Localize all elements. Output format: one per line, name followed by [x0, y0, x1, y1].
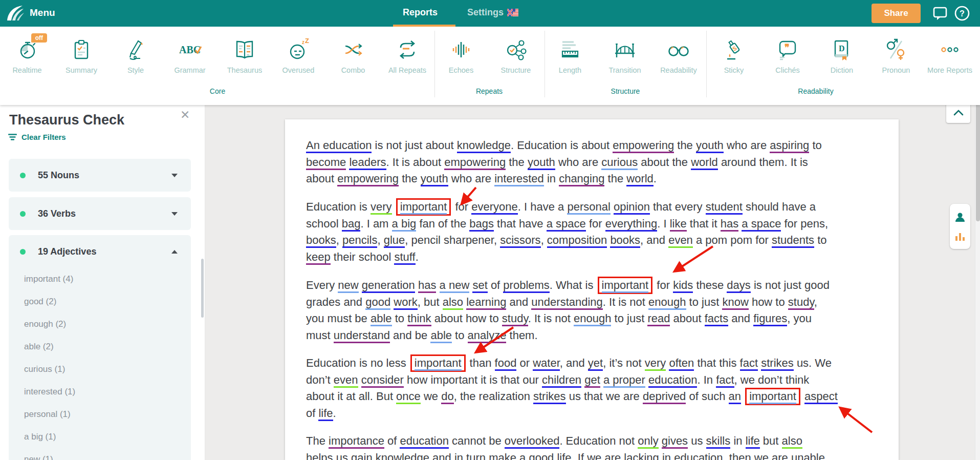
help-icon[interactable]: ? — [954, 5, 970, 22]
highlighted-word[interactable]: has — [418, 279, 436, 293]
highlighted-word[interactable]: students — [772, 234, 814, 248]
highlighted-word[interactable]: lacking — [624, 451, 659, 460]
highlighted-word[interactable]: knowledge — [457, 139, 511, 153]
highlighted-word[interactable]: understanding — [531, 296, 602, 310]
highlighted-word[interactable]: an — [729, 390, 741, 404]
report-quote-bubble[interactable]: ❞Clichés — [759, 38, 816, 74]
highlighted-word[interactable]: keep — [306, 250, 331, 265]
highlighted-word[interactable]: importance — [329, 434, 384, 449]
highlighted-word[interactable]: everyone — [471, 200, 518, 215]
highlighted-word[interactable]: a big — [392, 217, 417, 232]
report-stopwatch[interactable]: offRealtime — [0, 38, 55, 74]
highlighted-word[interactable]: has — [721, 217, 738, 232]
highlighted-word[interactable]: fact — [740, 357, 758, 371]
highlighted-word[interactable]: a proper — [603, 373, 645, 388]
highlighted-word[interactable]: able — [371, 312, 392, 326]
report-repeat[interactable]: All Repeats — [379, 38, 435, 74]
highlighted-word[interactable]: strikes — [761, 357, 794, 371]
clear-filters-button[interactable]: Clear Filters — [8, 133, 66, 141]
highlighted-word[interactable]: facts — [705, 312, 728, 326]
highlighted-word[interactable]: figures — [753, 312, 787, 326]
highlighted-word[interactable]: fact — [716, 373, 734, 388]
highlighted-word[interactable]: world — [626, 172, 654, 186]
highlighted-word[interactable]: aspect — [804, 390, 838, 404]
highlighted-word[interactable]: glue — [384, 234, 405, 248]
tab-reports[interactable]: Reports — [403, 7, 438, 18]
highlighted-word[interactable]: become — [306, 156, 346, 170]
highlighted-word[interactable]: student — [706, 200, 743, 215]
highlighted-word[interactable]: youth — [696, 139, 724, 153]
report-ruler[interactable]: Length — [542, 38, 598, 74]
sidebar-scrollbar[interactable] — [201, 259, 204, 318]
chevron-up-icon[interactable] — [171, 250, 178, 254]
highlighted-word[interactable]: good — [365, 296, 390, 310]
highlighted-word[interactable]: personal — [567, 200, 610, 215]
highlighted-word[interactable]: youth — [528, 156, 555, 170]
person-icon[interactable] — [954, 211, 966, 223]
highlighted-word[interactable]: once — [396, 390, 421, 404]
highlighted-word[interactable]: important — [415, 357, 462, 371]
share-button[interactable]: Share — [872, 4, 921, 23]
highlighted-word[interactable]: stuff — [394, 250, 415, 265]
highlighted-word[interactable]: a new — [440, 279, 470, 293]
word-filter-item[interactable]: a big (1) — [9, 426, 191, 448]
chevron-down-icon[interactable] — [171, 212, 178, 216]
menu-button[interactable]: Menu — [30, 7, 55, 18]
highlighted-word[interactable]: curious — [601, 156, 638, 170]
highlighted-word[interactable]: also — [782, 434, 802, 449]
bar-chart-icon[interactable] — [954, 231, 966, 242]
highlighted-word[interactable]: very — [371, 200, 392, 215]
highlighted-word[interactable]: consider — [361, 373, 404, 388]
word-group-header[interactable]: 36 Verbs — [9, 197, 191, 230]
highlighted-word[interactable]: think — [407, 312, 431, 326]
word-filter-item[interactable]: curious (1) — [9, 358, 191, 381]
highlighted-word[interactable]: scissors — [500, 234, 540, 248]
highlighted-word[interactable]: able — [430, 329, 452, 343]
report-node-graph[interactable]: Structure — [488, 38, 544, 74]
scroll-to-top-button[interactable] — [946, 102, 970, 123]
highlighted-word[interactable]: life — [557, 451, 571, 460]
highlighted-word[interactable]: pencils — [342, 234, 377, 248]
highlighted-word[interactable]: even — [668, 234, 693, 248]
highlighted-word[interactable]: strikes — [533, 390, 566, 404]
highlighted-word[interactable]: water — [533, 357, 560, 371]
highlighted-word[interactable]: An education — [306, 139, 372, 153]
highlighted-word[interactable]: only — [638, 434, 658, 449]
highlighted-word[interactable]: world — [691, 156, 718, 170]
highlighted-word[interactable]: empowering — [337, 172, 399, 186]
highlighted-word[interactable]: a good — [519, 451, 554, 460]
word-filter-item[interactable]: important (4) — [9, 268, 191, 290]
highlighted-word[interactable]: yet — [588, 357, 603, 371]
highlighted-word[interactable]: do — [441, 390, 453, 404]
report-clipboard[interactable]: Summary — [53, 38, 110, 74]
highlighted-word[interactable]: a space — [742, 217, 781, 232]
report-open-book[interactable]: Thesaurus — [216, 38, 273, 74]
report-bridge[interactable]: Transition — [597, 38, 653, 74]
highlighted-word[interactable]: food — [495, 357, 517, 371]
highlighted-word[interactable]: like — [670, 217, 687, 232]
highlighted-word[interactable]: study — [788, 296, 814, 310]
report-abc-check[interactable]: ABCGrammar — [162, 38, 218, 74]
highlighted-word[interactable]: know — [722, 296, 748, 310]
highlighted-word[interactable]: changing — [559, 172, 604, 186]
highlighted-word[interactable]: skills — [706, 434, 731, 449]
chat-icon[interactable] — [932, 6, 948, 21]
highlighted-word[interactable]: leaders — [349, 156, 386, 170]
highlighted-word[interactable]: kids — [673, 279, 693, 293]
highlighted-word[interactable]: life — [746, 434, 760, 449]
highlighted-word[interactable]: enough — [648, 296, 686, 310]
highlighted-word[interactable]: children — [542, 373, 581, 388]
highlighted-word[interactable]: days — [727, 279, 750, 293]
highlighted-word[interactable]: new — [338, 279, 358, 293]
highlighted-word[interactable]: life — [318, 407, 333, 421]
report-shuffle[interactable]: Combo — [325, 38, 381, 74]
report-gender[interactable]: Pronoun — [868, 38, 924, 74]
highlighted-word[interactable]: youth — [421, 172, 448, 186]
word-filter-item[interactable]: able (2) — [9, 336, 191, 358]
word-filter-item[interactable]: enough (2) — [9, 313, 191, 336]
report-dictionary[interactable]: DDiction — [814, 38, 870, 74]
highlighted-word[interactable]: composition — [547, 234, 607, 248]
highlighted-word[interactable]: unable — [791, 451, 825, 460]
report-equalizer[interactable]: Echoes — [433, 38, 489, 74]
highlighted-word[interactable]: generation — [362, 279, 415, 293]
